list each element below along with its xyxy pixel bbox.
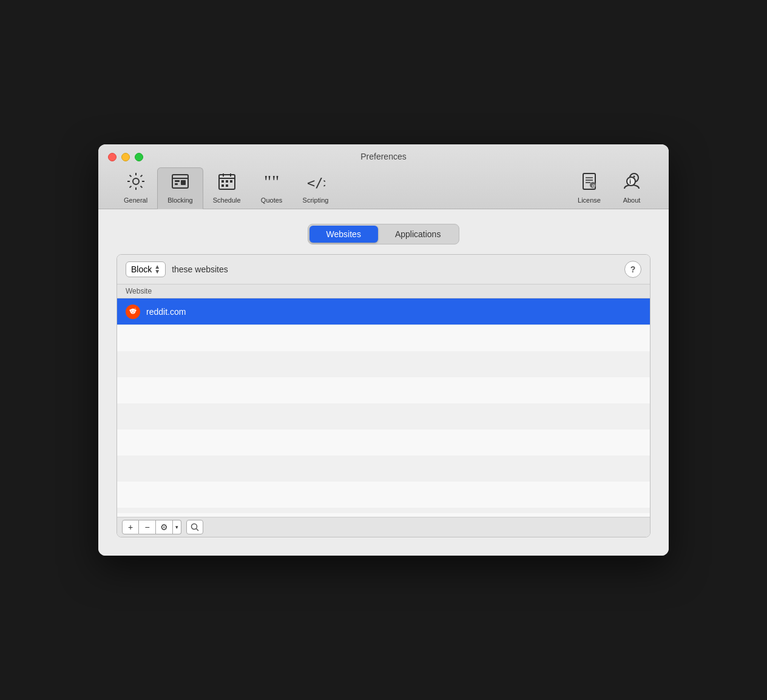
toolbar-item-license[interactable]: ⚙ License [568, 168, 610, 209]
svg-point-33 [134, 309, 136, 311]
toolbar: General Blocking [108, 167, 659, 209]
tab-container: Websites Applications [308, 224, 460, 244]
close-button[interactable] [108, 153, 117, 161]
toolbar-item-scripting[interactable]: </> Scripting [293, 168, 339, 209]
toolbar-item-quotes[interactable]: " " Quotes [251, 168, 293, 209]
svg-line-36 [197, 529, 199, 531]
scripting-icon: </> [306, 172, 325, 194]
svg-text:": " [272, 172, 279, 191]
license-label: License [578, 197, 601, 204]
gear-dropdown-button[interactable]: ▾ [173, 520, 181, 534]
site-name: reddit.com [146, 307, 186, 317]
svg-point-34 [129, 309, 131, 311]
help-button[interactable]: ? [624, 261, 641, 278]
svg-rect-4 [175, 183, 178, 185]
svg-text:⚙: ⚙ [592, 184, 595, 188]
dropdown-arrow-icon: ▲ ▼ [154, 264, 160, 274]
tab-bar: Websites Applications [117, 224, 650, 244]
reddit-icon [126, 305, 140, 319]
main-panel: Block ▲ ▼ these websites ? Website [117, 254, 650, 537]
toolbar-right: ⚙ License i [568, 168, 653, 209]
website-column-header: Website [126, 287, 152, 295]
table-toolbar: + − ⚙ ▾ [117, 517, 650, 537]
window-title: Preferences [360, 152, 406, 161]
block-dropdown[interactable]: Block ▲ ▼ [126, 261, 166, 277]
header-text: these websites [172, 264, 618, 274]
svg-point-30 [130, 308, 136, 314]
empty-rows [117, 325, 650, 513]
svg-rect-5 [181, 180, 186, 185]
table-row[interactable]: reddit.com [117, 298, 650, 325]
svg-rect-14 [226, 184, 228, 187]
svg-rect-3 [175, 180, 180, 182]
quotes-icon: " " [262, 172, 282, 194]
svg-text:i: i [629, 178, 631, 185]
blocking-label: Blocking [167, 197, 193, 204]
toolbar-item-general[interactable]: General [114, 168, 157, 209]
search-button[interactable] [186, 520, 203, 534]
search-icon [191, 523, 199, 531]
schedule-icon [217, 172, 237, 194]
blocking-icon [171, 172, 190, 194]
add-button[interactable]: + [122, 520, 139, 534]
traffic-lights [108, 153, 143, 161]
toolbar-item-blocking[interactable]: Blocking [157, 167, 203, 209]
svg-rect-11 [226, 180, 228, 183]
table-body: reddit.com [117, 298, 650, 517]
block-label: Block [131, 264, 152, 274]
about-label: About [623, 197, 641, 204]
svg-point-0 [133, 178, 139, 184]
quotes-label: Quotes [261, 197, 282, 204]
svg-rect-10 [221, 180, 224, 183]
svg-rect-1 [172, 175, 188, 188]
about-icon: i [622, 172, 641, 194]
general-icon [126, 172, 146, 194]
schedule-label: Schedule [213, 197, 241, 204]
tab-applications[interactable]: Applications [378, 226, 458, 243]
minimize-button[interactable] [121, 153, 130, 161]
titlebar: Preferences General [98, 144, 669, 209]
scripting-label: Scripting [303, 197, 329, 204]
svg-point-35 [192, 524, 197, 530]
svg-rect-13 [221, 184, 224, 187]
table-header: Website [117, 284, 650, 298]
toolbar-item-schedule[interactable]: Schedule [203, 168, 251, 209]
svg-text:": " [264, 172, 271, 191]
svg-text:</>: </> [307, 175, 325, 190]
panel-header: Block ▲ ▼ these websites ? [117, 255, 650, 284]
license-icon: ⚙ [579, 172, 599, 194]
remove-button[interactable]: − [139, 520, 156, 534]
maximize-button[interactable] [135, 153, 143, 161]
gear-button[interactable]: ⚙ [156, 520, 173, 534]
preferences-window: Preferences General [98, 144, 669, 556]
svg-rect-12 [230, 180, 232, 183]
website-table: Website [117, 284, 650, 517]
toolbar-item-about[interactable]: i About [610, 168, 653, 209]
tab-websites[interactable]: Websites [309, 226, 378, 243]
content-area: Websites Applications Block ▲ ▼ these we… [98, 209, 669, 556]
general-label: General [124, 197, 147, 204]
